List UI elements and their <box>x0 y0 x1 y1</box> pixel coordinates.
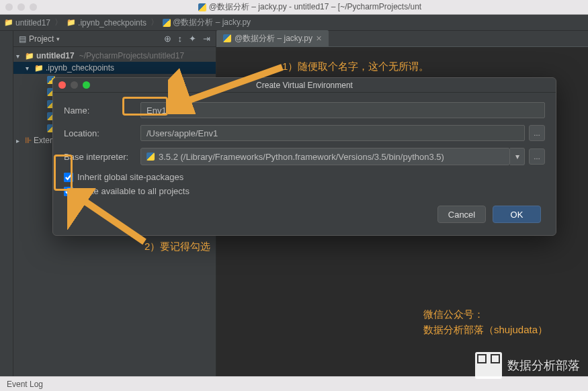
zoom-icon[interactable] <box>30 3 37 11</box>
cancel-button[interactable]: Cancel <box>437 206 486 223</box>
close-tab-icon[interactable]: ✕ <box>316 34 322 43</box>
python-icon <box>163 19 171 27</box>
inherit-label: Inherit global site-packages <box>77 172 183 182</box>
browse-location-button[interactable]: … <box>529 125 545 141</box>
window-title-text: @数据分析 – jacky.py - untitled17 – [~/Pycha… <box>209 1 421 13</box>
breadcrumb-folder[interactable]: 📁.ipynb_checkpoints <box>67 18 146 28</box>
sidebar-title[interactable]: Project <box>29 34 54 44</box>
settings-icon[interactable]: ✦ <box>189 34 196 44</box>
expand-icon[interactable]: ▾ <box>26 64 32 72</box>
close-icon[interactable] <box>5 3 13 11</box>
ok-button[interactable]: OK <box>493 206 541 223</box>
brand-watermark: 数据分析部落 <box>475 352 580 379</box>
minimize-icon[interactable] <box>17 3 25 11</box>
interpreter-label: Base interpreter: <box>64 152 140 162</box>
dialog-titlebar: Create Virtual Environment <box>53 78 556 93</box>
tree-project-root[interactable]: ▾ 📁 untitled17 ~/PycharmProjects/untitle… <box>13 50 216 62</box>
interpreter-select[interactable]: 3.5.2 (/Library/Frameworks/Python.framew… <box>140 148 510 165</box>
dialog-title: Create Virtual Environment <box>53 81 556 90</box>
python-icon <box>198 3 206 11</box>
brand-label: 数据分析部落 <box>507 357 580 374</box>
expand-icon[interactable]: ▸ <box>16 137 23 144</box>
python-icon <box>223 34 231 42</box>
traffic-lights <box>5 3 37 11</box>
tree-checkpoints[interactable]: ▾ 📁 .ipynb_checkpoints <box>13 62 216 74</box>
folder-icon: 📁 <box>34 64 44 73</box>
sidebar-header: ▤ Project ▾ ⊕ ↕ ✦ ⇥ <box>13 31 216 47</box>
chevron-right-icon: 〉 <box>151 17 159 28</box>
folder-icon: 📁 <box>25 52 34 60</box>
dropdown-icon[interactable]: ▾ <box>56 36 60 42</box>
available-all-checkbox[interactable] <box>64 187 73 196</box>
scroll-icon[interactable]: ↕ <box>178 34 183 44</box>
breadcrumb-project[interactable]: 📁untitled17 <box>4 18 50 28</box>
location-input[interactable] <box>140 125 525 141</box>
left-gutter <box>0 31 13 376</box>
annotation-wechat: 微信公众号： 数据分析部落（shujudata） <box>423 307 548 337</box>
window-title: @数据分析 – jacky.py - untitled17 – [~/Pycha… <box>37 1 583 13</box>
event-log-link[interactable]: Event Log <box>7 380 43 389</box>
breadcrumb-file[interactable]: @数据分析 – jacky.py <box>163 17 251 28</box>
editor-tab-active[interactable]: @数据分析 – jacky.py ✕ <box>216 30 329 46</box>
collapse-icon[interactable]: ⊕ <box>164 34 171 44</box>
breadcrumb: 📁untitled17 〉 📁.ipynb_checkpoints 〉 @数据分… <box>0 15 588 31</box>
editor-tabs: @数据分析 – jacky.py ✕ <box>216 31 588 47</box>
window-titlebar: @数据分析 – jacky.py - untitled17 – [~/Pycha… <box>0 0 588 15</box>
project-view-icon[interactable]: ▤ <box>19 34 26 44</box>
hide-icon[interactable]: ⇥ <box>203 34 210 44</box>
name-input[interactable] <box>140 102 545 118</box>
browse-interpreter-button[interactable]: … <box>529 148 545 165</box>
chevron-right-icon: 〉 <box>54 17 62 28</box>
python-icon <box>146 153 155 161</box>
tab-label: @数据分析 – jacky.py <box>235 33 312 44</box>
library-icon: ⊪ <box>25 136 32 145</box>
expand-icon[interactable]: ▾ <box>16 52 23 60</box>
qr-code-icon <box>475 352 502 379</box>
interpreter-value: 3.5.2 (/Library/Frameworks/Python.framew… <box>159 152 444 162</box>
name-label: Name: <box>64 105 140 116</box>
inherit-checkbox[interactable] <box>64 173 73 182</box>
create-venv-dialog: Create Virtual Environment Name: Locatio… <box>52 77 556 236</box>
location-label: Location: <box>64 128 140 138</box>
interpreter-dropdown-button[interactable]: ▾ <box>510 148 525 165</box>
available-all-label: Make available to all projects <box>77 186 190 196</box>
